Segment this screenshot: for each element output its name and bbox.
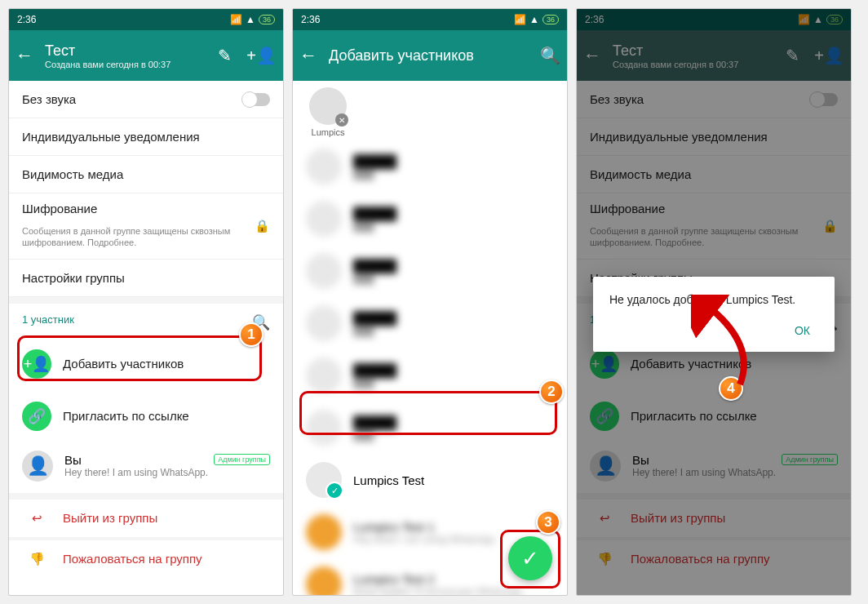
contact-row-blurred[interactable]: ████████ xyxy=(293,245,567,297)
wifi-icon: ▲ xyxy=(246,14,255,25)
exit-label: Выйти из группы xyxy=(63,511,157,525)
notif-label: Индивидуальные уведомления xyxy=(22,130,200,144)
back-icon[interactable]: ← xyxy=(16,45,35,66)
contact-row-blurred[interactable]: ████████ xyxy=(293,402,567,454)
status-time: 2:36 xyxy=(301,14,320,25)
you-row[interactable]: 👤 Вы Hey there! I am using WhatsApp. Адм… xyxy=(9,442,283,493)
app-bar: ← Добавить участников 🔍 xyxy=(293,30,567,81)
report-group-button[interactable]: 👎 Пожаловаться на группу xyxy=(9,540,283,578)
you-label: Вы xyxy=(64,453,208,467)
confirm-fab[interactable]: ✓ xyxy=(508,536,552,580)
app-bar: ← Тест Создана вами сегодня в 00:37 ✎ +👤 xyxy=(9,30,283,81)
search-icon[interactable]: 🔍 xyxy=(540,46,560,65)
link-icon: 🔗 xyxy=(22,402,51,431)
avatar-icon: 👤 xyxy=(22,451,53,482)
group-title: Тест xyxy=(45,42,208,60)
contact-row-blurred[interactable]: ████████ xyxy=(293,140,567,193)
dialog-message: Не удалось добавить Lumpics Test. xyxy=(609,293,818,306)
contact-row-blurred[interactable]: ████████ xyxy=(293,349,567,402)
add-person-circle-icon: +👤 xyxy=(22,349,51,379)
report-label: Пожаловаться на группу xyxy=(63,552,202,566)
custom-notifications-row[interactable]: Индивидуальные уведомления xyxy=(9,118,283,156)
status-bar: 2:36 📶 ▲ 36 xyxy=(9,9,283,30)
signal-icon: 📶 xyxy=(230,14,242,25)
check-icon: ✓ xyxy=(521,546,539,571)
contact-row-blurred[interactable]: ████████ xyxy=(293,193,567,245)
signal-icon: 📶 xyxy=(514,14,526,25)
mute-toggle[interactable] xyxy=(242,93,270,106)
exit-icon: ↩ xyxy=(22,511,51,526)
contact-name: Lumpics Test xyxy=(353,473,424,487)
battery-icon: 36 xyxy=(542,15,559,24)
step-badge-4: 4 xyxy=(719,376,743,401)
phone-1-group-info: 2:36 📶 ▲ 36 ← Тест Создана вами сегодня … xyxy=(8,8,284,596)
admin-badge: Админ группы xyxy=(214,454,270,465)
status-icons: 📶 ▲ 36 xyxy=(230,14,275,25)
contact-avatar xyxy=(306,462,342,498)
add-person-icon[interactable]: +👤 xyxy=(246,46,277,65)
encryption-sub: Сообщения в данной группе защищены сквоз… xyxy=(22,225,270,249)
step-badge-1: 1 xyxy=(239,322,264,347)
step-badge-2: 2 xyxy=(539,380,564,404)
media-label: Видимость медиа xyxy=(22,167,123,181)
battery-icon: 36 xyxy=(259,15,275,24)
screen-title: Добавить участников xyxy=(329,47,530,64)
mute-label: Без звука xyxy=(22,92,76,106)
encryption-title: Шифрование xyxy=(22,202,97,215)
step-badge-3: 3 xyxy=(536,510,560,535)
add-participants-label: Добавить участников xyxy=(63,357,184,371)
contact-list-blurred: ████████████████████████████████████████… xyxy=(293,140,567,454)
contact-lumpics-test[interactable]: Lumpics Test xyxy=(293,454,567,506)
error-dialog: Не удалось добавить Lumpics Test. ОК xyxy=(593,277,835,352)
exit-group-button[interactable]: ↩ Выйти из группы xyxy=(9,500,283,537)
invite-link-button[interactable]: 🔗 Пригласить по ссылке xyxy=(9,390,283,442)
phone-3-error-dialog: 2:36 📶 ▲ 36 ← Тест Создана вами сегодня … xyxy=(576,8,852,596)
phone-2-add-participants: 2:36 📶 ▲ 36 ← Добавить участников 🔍 ✕ Lu… xyxy=(292,8,568,596)
contact-row-blurred[interactable]: ████████ xyxy=(293,297,567,349)
status-icons: 📶 ▲ 36 xyxy=(514,14,559,25)
edit-icon[interactable]: ✎ xyxy=(218,46,232,65)
lock-icon: 🔒 xyxy=(255,219,270,233)
add-participants-button[interactable]: +👤 Добавить участников xyxy=(9,338,283,390)
media-visibility-row[interactable]: Видимость медиа xyxy=(9,156,283,193)
chip-name: Lumpics xyxy=(306,127,350,137)
title-block: Тест Создана вами сегодня в 00:37 xyxy=(45,42,208,69)
status-bar: 2:36 📶 ▲ 36 xyxy=(293,9,567,30)
wifi-icon: ▲ xyxy=(529,14,539,25)
mute-row[interactable]: Без звука xyxy=(9,81,283,118)
group-subtitle: Создана вами сегодня в 00:37 xyxy=(45,60,208,69)
invite-link-label: Пригласить по ссылке xyxy=(63,409,189,423)
encryption-row[interactable]: Шифрование Сообщения в данной группе защ… xyxy=(9,193,283,260)
dialog-ok-button[interactable]: ОК xyxy=(786,318,818,344)
status-time: 2:36 xyxy=(17,14,36,25)
thumbs-down-icon: 👎 xyxy=(22,552,51,566)
back-icon[interactable]: ← xyxy=(299,45,319,66)
chip-remove-icon[interactable]: ✕ xyxy=(335,113,348,127)
you-status: Hey there! I am using WhatsApp. xyxy=(64,467,208,478)
group-settings-row[interactable]: Настройки группы xyxy=(9,260,283,297)
chip-avatar: ✕ xyxy=(309,87,347,125)
selected-chip[interactable]: ✕ Lumpics xyxy=(293,81,350,140)
group-settings-label: Настройки группы xyxy=(22,271,125,285)
participants-count: 1 участник xyxy=(22,313,74,331)
